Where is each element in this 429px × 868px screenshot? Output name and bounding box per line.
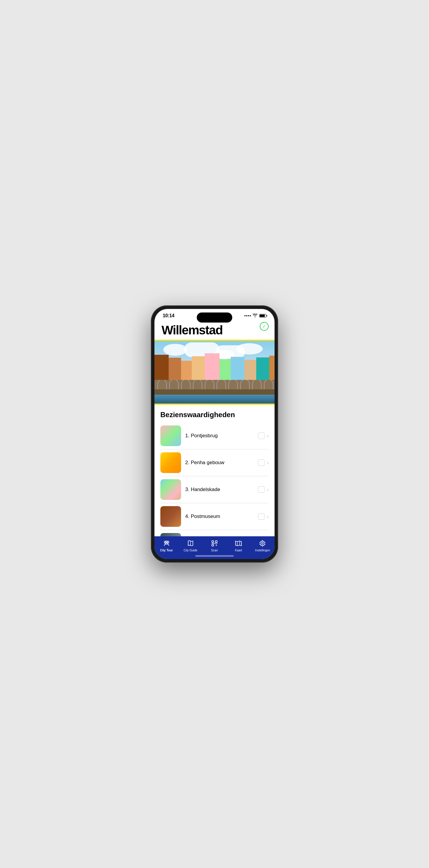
bridge-deck <box>154 390 275 395</box>
attraction-chevron-4[interactable]: › <box>258 513 269 520</box>
arch-1 <box>158 380 167 390</box>
building-9 <box>256 358 269 383</box>
header-section: ✓ Willemstad <box>154 321 275 337</box>
arch-8 <box>240 380 250 390</box>
svg-rect-5 <box>212 541 213 542</box>
arch-7 <box>228 380 238 390</box>
kaart-icon <box>234 539 242 548</box>
tab-label-city-tour: City Tour <box>160 549 173 552</box>
building-4 <box>192 356 205 383</box>
thumb-inner-2 <box>160 452 181 473</box>
attraction-name-3: 3. Handelskade <box>185 487 254 493</box>
tab-label-scan: Scan <box>211 549 218 552</box>
arch-5 <box>205 380 214 390</box>
attraction-thumb-4 <box>160 506 181 527</box>
attraction-thumb-3 <box>160 479 181 500</box>
buildings-row <box>154 347 275 383</box>
svg-marker-10 <box>235 541 241 546</box>
arch-3 <box>181 380 191 390</box>
attraction-chevron-2[interactable]: › <box>258 459 269 466</box>
tab-city-tour[interactable]: City Tour <box>154 539 178 552</box>
city-tour-icon <box>163 539 171 548</box>
phone-screen: 10:14 <box>154 309 275 559</box>
attraction-item-2[interactable]: 2. Penha gebouw › <box>160 450 269 476</box>
svg-rect-7 <box>212 544 213 546</box>
tab-label-city-guide: City Guide <box>183 549 197 552</box>
city-guide-icon <box>187 539 195 548</box>
attraction-thumb-5 <box>160 533 181 536</box>
battery-icon <box>259 314 266 317</box>
attraction-thumb-1 <box>160 426 181 446</box>
water <box>154 395 275 404</box>
svg-point-13 <box>261 542 263 544</box>
bridge <box>154 380 275 395</box>
checkbox-4[interactable] <box>258 513 264 520</box>
svg-point-8 <box>216 545 217 546</box>
attraction-item-5[interactable]: 5. MCB gebouw › <box>160 530 269 536</box>
status-icons <box>245 313 266 318</box>
building-8 <box>245 360 256 383</box>
chevron-right-2: › <box>267 460 269 466</box>
arch-2 <box>169 380 179 390</box>
hero-image-bg <box>154 341 275 404</box>
arch-10 <box>264 380 274 390</box>
tab-kaart[interactable]: Kaart <box>227 539 251 552</box>
building-6 <box>220 359 231 383</box>
page-title: Willemstad <box>162 323 267 337</box>
instellingen-icon <box>258 539 266 548</box>
signal-icon <box>245 315 251 316</box>
svg-rect-6 <box>216 541 217 542</box>
attraction-name-1: 1. Pontjesbrug <box>185 433 254 439</box>
main-content[interactable]: ✓ Willemstad <box>154 321 275 536</box>
attraction-chevron-3[interactable]: › <box>258 486 269 493</box>
tab-instellingen[interactable]: Instellingen <box>251 539 275 552</box>
checkbox-2[interactable] <box>258 459 264 466</box>
attraction-item-3[interactable]: 3. Handelskade › <box>160 476 269 503</box>
attractions-title: Bezienswaardigheden <box>160 411 269 419</box>
phone-frame: 10:14 <box>151 305 278 563</box>
attraction-item-1[interactable]: 1. Pontjesbrug › <box>160 423 269 450</box>
building-3 <box>181 361 192 383</box>
check-icon: ✓ <box>260 322 269 331</box>
dynamic-island <box>197 312 232 322</box>
attractions-section: Bezienswaardigheden 1. Pontjesbrug › <box>154 405 275 536</box>
building-10 <box>269 355 275 383</box>
hero-image <box>154 340 275 405</box>
building-1 <box>154 355 169 383</box>
building-2 <box>169 358 181 383</box>
chevron-right-3: › <box>267 487 269 493</box>
building-5 <box>205 353 220 383</box>
attraction-thumb-2 <box>160 452 181 473</box>
home-indicator <box>195 555 234 557</box>
chevron-right-4: › <box>267 514 269 520</box>
thumb-inner-1 <box>160 426 181 446</box>
attraction-item-4[interactable]: 4. Postmuseum › <box>160 503 269 530</box>
tab-label-instellingen: Instellingen <box>255 549 270 552</box>
checkbox-3[interactable] <box>258 486 264 493</box>
tab-city-guide[interactable]: City Guide <box>178 539 202 552</box>
status-time: 10:14 <box>163 313 174 318</box>
arch-4 <box>193 380 202 390</box>
checkbox-1[interactable] <box>258 433 264 439</box>
arch-9 <box>252 380 261 390</box>
chevron-right-1: › <box>267 433 269 439</box>
building-7 <box>231 357 245 383</box>
arch-6 <box>217 380 226 390</box>
thumb-inner-3 <box>160 479 181 500</box>
thumb-inner-5 <box>160 533 181 536</box>
tab-label-kaart: Kaart <box>235 549 242 552</box>
thumb-inner-4 <box>160 506 181 527</box>
attraction-chevron-1[interactable]: › <box>258 433 269 439</box>
attraction-name-2: 2. Penha gebouw <box>185 460 254 466</box>
attraction-name-4: 4. Postmuseum <box>185 514 254 520</box>
scan-icon <box>210 539 219 548</box>
tab-scan[interactable]: Scan <box>202 539 226 552</box>
wifi-icon <box>253 313 257 318</box>
